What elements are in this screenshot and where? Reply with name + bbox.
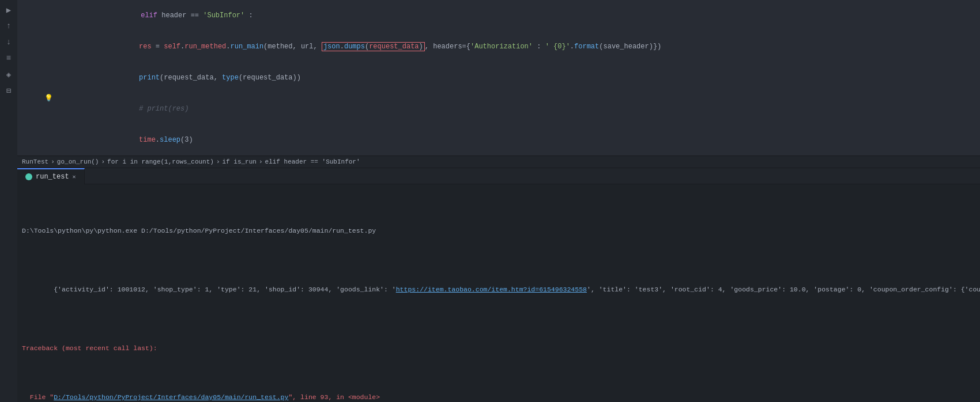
code-line-1: elif header == 'SubInfor' : — [17, 0, 980, 31]
breadcrumb-sep-2: › — [101, 158, 105, 165]
breadcrumb-sep-1: › — [51, 158, 55, 165]
tab-bar: run_test ✕ — [17, 168, 980, 184]
sidebar-remove-icon[interactable]: ⊟ — [1, 83, 16, 98]
tab-file-icon — [25, 173, 32, 180]
sidebar-down-icon[interactable]: ↓ — [1, 35, 16, 50]
code-line-2: res = self.run_methed.run_main(methed, u… — [17, 31, 980, 62]
line-content-1: elif header == 'SubInfor' : — [54, 0, 980, 31]
breadcrumb-part-3[interactable]: for i in range(1,rows_count) — [107, 158, 214, 165]
line-content-2: res = self.run_methed.run_main(methed, u… — [54, 31, 980, 62]
code-line-5: time.sleep(3) — [17, 124, 980, 156]
traceback-line-1: File "D:/Tools/python/PyProject/Interfac… — [22, 392, 975, 402]
terminal-content: D:\Tools\python\py\python.exe D:/Tools/p… — [17, 184, 980, 402]
code-line-3: print(request_data, type(request_data)) — [17, 62, 980, 93]
terminal-output-line: {'activity_id': 1001012, 'shop_type': 1,… — [22, 275, 975, 304]
breadcrumb-sep-4: › — [259, 158, 263, 165]
tab-label: run_test — [36, 173, 69, 181]
breadcrumb-part-1[interactable]: RunTest — [22, 158, 48, 165]
sidebar-bookmark-icon[interactable]: ◈ — [1, 67, 16, 82]
terminal-run-path: D:\Tools\python\py\python.exe D:/Tools/p… — [22, 226, 975, 236]
code-line-4: 💡 # print(res) — [17, 93, 980, 124]
line-content-5: time.sleep(3) — [54, 124, 980, 156]
terminal-area: D:\Tools\python\py\python.exe D:/Tools/p… — [17, 184, 980, 402]
breadcrumb-part-2[interactable]: go_on_run() — [57, 158, 99, 165]
sidebar-menu-icon[interactable]: ≡ — [1, 51, 16, 66]
code-editor: elif header == 'SubInfor' : res = self.r… — [17, 0, 980, 156]
traceback-header: Traceback (most recent call last): — [22, 343, 975, 353]
breadcrumb-part-5[interactable]: elif header == 'SubInfor' — [265, 158, 360, 165]
line-bulb-icon[interactable]: 💡 — [43, 93, 54, 104]
line-content-3: print(request_data, type(request_data)) — [54, 62, 980, 93]
sidebar-up-icon[interactable]: ↑ — [1, 18, 16, 33]
breadcrumb: RunTest › go_on_run() › for i in range(1… — [17, 156, 980, 168]
line-content-4: # print(res) — [54, 93, 980, 124]
main-content: elif header == 'SubInfor' : res = self.r… — [17, 0, 980, 402]
tab-run-test[interactable]: run_test ✕ — [17, 168, 85, 184]
breadcrumb-sep-3: › — [216, 158, 220, 165]
sidebar-run-icon[interactable]: ▶ — [1, 2, 16, 17]
breadcrumb-part-4[interactable]: if is_run — [223, 158, 257, 165]
tab-close-button[interactable]: ✕ — [73, 173, 76, 180]
left-sidebar: ▶ ↑ ↓ ≡ ◈ ⊟ — [0, 0, 17, 402]
